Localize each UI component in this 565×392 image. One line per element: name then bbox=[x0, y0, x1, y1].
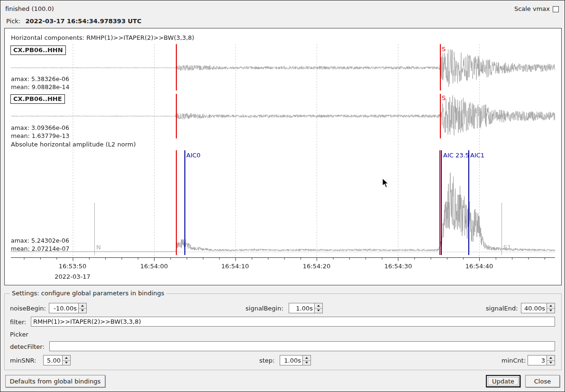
time-tick-label: 16:54:00 bbox=[140, 263, 168, 270]
signal-end-label: signalEnd: bbox=[486, 305, 518, 312]
time-tick-label: 16:54:40 bbox=[465, 263, 493, 270]
time-tick-label: 16:54:30 bbox=[384, 263, 412, 270]
min-snr-up-arrow[interactable] bbox=[63, 356, 70, 361]
trace-stats-hhe: amax: 3.09366e-06 mean: 1.63779e-13 bbox=[11, 124, 69, 140]
aic1-line[interactable] bbox=[468, 150, 469, 255]
scale-vmax-checkbox[interactable] bbox=[553, 6, 559, 12]
signal-end-spinbox[interactable] bbox=[521, 303, 555, 313]
step-spinbox[interactable] bbox=[280, 355, 311, 365]
update-button[interactable]: Update bbox=[486, 375, 520, 387]
time-tick-label: 16:53:50 bbox=[59, 263, 86, 270]
signal-begin-label: signalBegin: bbox=[246, 305, 283, 312]
up-arrow-icon bbox=[81, 305, 84, 307]
aic0-label: AIC0 bbox=[186, 152, 200, 159]
min-cnt-spinbox[interactable] bbox=[528, 355, 555, 365]
mouse-cursor bbox=[382, 178, 391, 189]
signal-begin-up-arrow[interactable] bbox=[315, 303, 322, 309]
aic1-label: AIC1 bbox=[470, 152, 484, 159]
picker-window: { "window": { "status_text": "finished (… bbox=[0, 0, 565, 392]
min-snr-label: minSNR: bbox=[10, 357, 36, 365]
filter-label: filter: bbox=[10, 319, 26, 326]
s-pick-line-hhe[interactable] bbox=[440, 94, 441, 138]
signal-begin-line-l2[interactable] bbox=[176, 150, 177, 255]
trace-label-hhn: CX.PB06..HHN bbox=[10, 46, 66, 55]
time-tick-label: 16:54:10 bbox=[221, 263, 249, 270]
s-pick-line-hhn[interactable] bbox=[440, 44, 441, 91]
mean-value-hhn: mean: 9.08828e-14 bbox=[11, 83, 69, 91]
down-arrow-icon bbox=[549, 362, 552, 364]
min-cnt-input[interactable] bbox=[528, 356, 547, 365]
trace-label-hhe: CX.PB06..HHE bbox=[10, 94, 65, 104]
signal-begin-input[interactable] bbox=[289, 303, 314, 313]
min-snr-input[interactable] bbox=[44, 356, 62, 365]
aic-pick-line[interactable] bbox=[441, 150, 442, 255]
up-arrow-icon bbox=[305, 357, 308, 359]
noise-marker-line bbox=[94, 203, 95, 255]
amax-value-l2: amax: 5.24302e-06 bbox=[11, 237, 69, 245]
picker-section-label: Picker bbox=[10, 331, 28, 338]
signal-end-marker-label: S1 bbox=[503, 244, 511, 251]
plot-title: Horizontal components: RMHP(1)>>ITAPER(2… bbox=[11, 34, 194, 42]
settings-group-title: Settings: configure global parameters in… bbox=[10, 290, 166, 297]
signal-end-input[interactable] bbox=[521, 303, 547, 313]
down-arrow-icon bbox=[317, 310, 320, 311]
mean-value-l2: mean: 2.07214e-07 bbox=[11, 245, 69, 253]
noise-begin-down-arrow[interactable] bbox=[79, 309, 86, 313]
step-down-arrow[interactable] bbox=[303, 361, 310, 365]
up-arrow-icon bbox=[549, 305, 552, 307]
s-pick-line-l2[interactable] bbox=[439, 150, 440, 255]
trace-stats-hhn: amax: 5.38326e-06 mean: 9.08828e-14 bbox=[11, 75, 69, 91]
step-label: step: bbox=[259, 357, 275, 365]
signal-end-marker-line bbox=[501, 203, 502, 255]
scale-vmax-label: Scale vmax bbox=[514, 5, 550, 13]
aic0-line[interactable] bbox=[184, 150, 185, 255]
signal-begin-spinbox[interactable] bbox=[289, 303, 323, 313]
mean-value-hhe: mean: 1.63779e-13 bbox=[11, 132, 69, 140]
s-pick-label-hhn: S bbox=[442, 46, 446, 53]
down-arrow-icon bbox=[65, 362, 68, 364]
signal-end-up-arrow[interactable] bbox=[547, 303, 555, 309]
l2-stats: amax: 5.24302e-06 mean: 2.07214e-07 bbox=[11, 237, 69, 253]
noise-begin-label: noiseBegin: bbox=[10, 305, 46, 312]
signal-begin-line-hhn[interactable] bbox=[176, 44, 177, 91]
up-arrow-icon bbox=[65, 357, 68, 359]
detec-filter-input[interactable] bbox=[49, 341, 555, 351]
scale-vmax-control: Scale vmax bbox=[514, 5, 559, 13]
close-button[interactable]: Close bbox=[525, 375, 560, 387]
min-cnt-label: minCnt: bbox=[501, 357, 526, 365]
up-arrow-icon bbox=[317, 305, 320, 307]
axis-date-label: 2022-03-17 bbox=[55, 273, 91, 280]
up-arrow-icon bbox=[549, 357, 552, 359]
down-arrow-icon bbox=[81, 310, 84, 311]
detec-filter-label: detecFilter: bbox=[10, 343, 45, 351]
min-cnt-down-arrow[interactable] bbox=[547, 361, 555, 365]
defaults-from-global-bindings-button[interactable]: Defaults from global bindings bbox=[5, 375, 105, 387]
noise-begin-spinbox[interactable] bbox=[49, 303, 87, 313]
noise-marker-label: N bbox=[96, 244, 101, 251]
min-snr-down-arrow[interactable] bbox=[63, 361, 70, 365]
step-input[interactable] bbox=[280, 356, 302, 365]
waveform-plot: Horizontal components: RMHP(1)>>ITAPER(2… bbox=[4, 28, 562, 285]
signal-end-down-arrow[interactable] bbox=[547, 309, 555, 313]
pick-label: Pick: bbox=[6, 18, 20, 25]
pick-info: Pick: 2022-03-17 16:54:34.978393 UTC bbox=[6, 18, 141, 25]
down-arrow-icon bbox=[549, 310, 552, 311]
noise-begin-up-arrow[interactable] bbox=[79, 303, 86, 309]
filter-input[interactable] bbox=[31, 317, 555, 327]
l2-title: Absolute horizontal amplitude (L2 norm) bbox=[11, 141, 136, 148]
time-tick-label: 16:54:20 bbox=[303, 263, 330, 270]
s-pick-label-hhe: S bbox=[442, 95, 446, 101]
signal-begin-line-hhe[interactable] bbox=[176, 94, 177, 138]
amax-value-hhn: amax: 5.38326e-06 bbox=[11, 75, 69, 83]
step-up-arrow[interactable] bbox=[303, 356, 310, 361]
down-arrow-icon bbox=[305, 362, 308, 364]
min-snr-spinbox[interactable] bbox=[43, 355, 71, 365]
signal-begin-down-arrow[interactable] bbox=[315, 309, 322, 313]
amax-value-hhe: amax: 3.09366e-06 bbox=[11, 124, 69, 132]
min-cnt-up-arrow[interactable] bbox=[547, 356, 555, 361]
noise-begin-input[interactable] bbox=[49, 303, 78, 313]
pick-time: 2022-03-17 16:54:34.978393 UTC bbox=[25, 18, 141, 25]
aic-pick-label: AIC 23.5 bbox=[443, 152, 469, 159]
status-text: finished (100.0) bbox=[5, 5, 54, 13]
